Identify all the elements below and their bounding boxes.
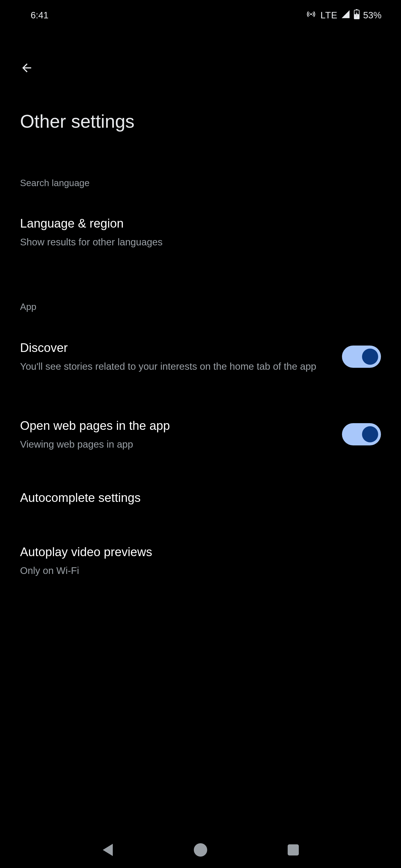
row-language-region[interactable]: Language & region Show results for other… [20,216,381,249]
row-title: Discover [20,340,331,355]
row-open-web-pages[interactable]: Open web pages in the app Viewing web pa… [20,418,381,451]
row-autocomplete-settings[interactable]: Autocomplete settings [20,490,381,505]
battery-percent-label: 53% [363,10,381,21]
row-subtitle: You'll see stories related to your inter… [20,360,331,373]
circle-home-icon [194,843,207,857]
nav-back-button[interactable] [101,843,115,857]
signal-icon [341,9,350,21]
system-nav-bar [0,832,401,868]
triangle-back-icon [103,844,113,856]
page-title: Other settings [20,111,381,132]
app-bar: Other settings [0,31,401,132]
status-bar: 6:41 LTE 53% [0,0,401,31]
toggle-knob [362,349,378,365]
section-header-app: App [20,302,381,312]
battery-icon [354,9,360,22]
nav-recents-button[interactable] [286,843,300,857]
row-text: Language & region Show results for other… [20,216,381,249]
row-text: Autocomplete settings [20,490,381,505]
toggle-knob [362,426,378,442]
network-type-label: LTE [320,10,338,21]
discover-toggle[interactable] [342,345,381,368]
svg-rect-2 [356,9,357,10]
row-text: Autoplay video previews Only on Wi-Fi [20,544,381,577]
row-title: Autocomplete settings [20,490,381,505]
hotspot-icon [307,10,316,21]
row-text: Open web pages in the app Viewing web pa… [20,418,331,451]
row-autoplay-video-previews[interactable]: Autoplay video previews Only on Wi-Fi [20,544,381,577]
row-subtitle: Only on Wi-Fi [20,564,381,577]
open-web-toggle[interactable] [342,423,381,445]
row-subtitle: Show results for other languages [20,235,381,249]
status-right: LTE 53% [307,9,381,22]
row-discover[interactable]: Discover You'll see stories related to y… [20,340,381,373]
back-button[interactable] [20,61,33,74]
status-time: 6:41 [31,10,49,21]
settings-list: Search language Language & region Show r… [0,178,401,577]
row-subtitle: Viewing web pages in app [20,438,331,451]
row-text: Discover You'll see stories related to y… [20,340,331,373]
row-title: Autoplay video previews [20,544,381,559]
arrow-left-icon [20,61,33,74]
nav-home-button[interactable] [193,843,208,857]
section-header-search-language: Search language [20,178,381,188]
square-recents-icon [288,844,299,856]
svg-point-0 [310,13,312,15]
row-title: Language & region [20,216,381,231]
row-title: Open web pages in the app [20,418,331,433]
